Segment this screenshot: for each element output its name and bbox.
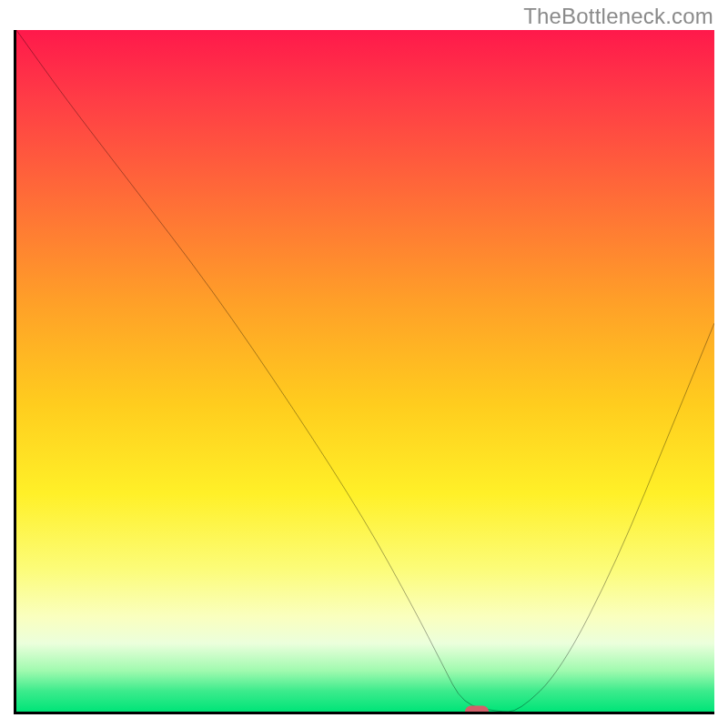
plot-area [14, 30, 714, 714]
bottleneck-curve [16, 30, 714, 712]
attribution-watermark: TheBottleneck.com [523, 4, 713, 29]
optimal-point-marker [465, 706, 489, 715]
chart-container: TheBottleneck.com [0, 0, 728, 728]
